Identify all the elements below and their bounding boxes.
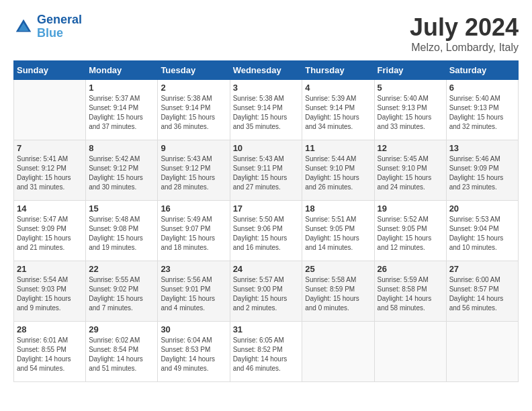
calendar-day-cell: 19 Sunrise: 5:52 AM Sunset: 9:05 PM Dayl…: [374, 201, 446, 261]
day-info: Sunrise: 5:58 AM Sunset: 8:59 PM Dayligh…: [305, 275, 371, 313]
day-info: Sunrise: 5:54 AM Sunset: 9:03 PM Dayligh…: [17, 275, 83, 313]
day-number: 27: [449, 264, 515, 274]
day-info: Sunrise: 5:51 AM Sunset: 9:05 PM Dayligh…: [305, 215, 371, 253]
location: Melzo, Lombardy, Italy: [410, 42, 519, 54]
day-number: 11: [305, 143, 371, 153]
weekday-header: Friday: [374, 61, 446, 80]
day-info: Sunrise: 5:52 AM Sunset: 9:05 PM Dayligh…: [378, 215, 443, 253]
logo: General Blue: [13, 13, 82, 40]
calendar-day-cell: 22 Sunrise: 5:55 AM Sunset: 9:02 PM Dayl…: [86, 261, 158, 322]
day-number: 21: [17, 264, 83, 274]
calendar-week-row: 28 Sunrise: 6:01 AM Sunset: 8:55 PM Dayl…: [14, 322, 519, 382]
day-info: Sunrise: 5:46 AM Sunset: 9:09 PM Dayligh…: [449, 154, 515, 192]
calendar-day-cell: 27 Sunrise: 6:00 AM Sunset: 8:57 PM Dayl…: [446, 261, 518, 322]
calendar-body: 1 Sunrise: 5:37 AM Sunset: 9:14 PM Dayli…: [14, 80, 519, 382]
calendar-day-cell: 4 Sunrise: 5:39 AM Sunset: 9:14 PM Dayli…: [302, 80, 374, 140]
day-number: 15: [89, 203, 154, 214]
day-number: 4: [305, 83, 371, 93]
weekday-header: Saturday: [446, 61, 518, 80]
day-number: 13: [449, 143, 515, 153]
day-info: Sunrise: 6:02 AM Sunset: 8:54 PM Dayligh…: [89, 336, 154, 373]
day-number: 6: [449, 83, 515, 93]
day-info: Sunrise: 5:43 AM Sunset: 9:11 PM Dayligh…: [233, 154, 300, 192]
weekday-header: Wednesday: [230, 61, 302, 80]
calendar-day-cell: 26 Sunrise: 5:59 AM Sunset: 8:58 PM Dayl…: [374, 261, 446, 322]
calendar-day-cell: 28 Sunrise: 6:01 AM Sunset: 8:55 PM Dayl…: [14, 322, 86, 382]
day-number: 30: [161, 324, 226, 334]
logo-icon: [13, 17, 34, 37]
calendar-day-cell: 20 Sunrise: 5:53 AM Sunset: 9:04 PM Dayl…: [446, 201, 518, 261]
day-number: 20: [449, 203, 515, 214]
day-info: Sunrise: 5:50 AM Sunset: 9:06 PM Dayligh…: [233, 215, 300, 253]
day-info: Sunrise: 5:45 AM Sunset: 9:10 PM Dayligh…: [378, 154, 443, 192]
day-info: Sunrise: 5:49 AM Sunset: 9:07 PM Dayligh…: [161, 215, 226, 253]
day-number: 9: [161, 143, 226, 153]
weekday-header: Thursday: [302, 61, 374, 80]
day-number: 26: [378, 264, 443, 274]
day-info: Sunrise: 5:40 AM Sunset: 9:13 PM Dayligh…: [449, 94, 515, 132]
calendar-day-cell: 14 Sunrise: 5:47 AM Sunset: 9:09 PM Dayl…: [14, 201, 86, 261]
day-number: 2: [161, 83, 226, 93]
day-info: Sunrise: 6:01 AM Sunset: 8:55 PM Dayligh…: [17, 336, 83, 373]
day-number: 14: [17, 203, 83, 214]
day-info: Sunrise: 5:55 AM Sunset: 9:02 PM Dayligh…: [89, 275, 154, 313]
day-number: 24: [233, 264, 300, 274]
day-info: Sunrise: 5:48 AM Sunset: 9:08 PM Dayligh…: [89, 215, 154, 253]
calendar-day-cell: [374, 322, 446, 382]
page-header: General Blue July 2024 Melzo, Lombardy, …: [13, 13, 519, 54]
calendar-day-cell: 16 Sunrise: 5:49 AM Sunset: 9:07 PM Dayl…: [158, 201, 230, 261]
calendar-week-row: 21 Sunrise: 5:54 AM Sunset: 9:03 PM Dayl…: [14, 261, 519, 322]
day-number: 7: [17, 143, 83, 153]
day-info: Sunrise: 5:43 AM Sunset: 9:12 PM Dayligh…: [161, 154, 226, 192]
calendar-day-cell: 3 Sunrise: 5:38 AM Sunset: 9:14 PM Dayli…: [230, 80, 302, 140]
calendar-day-cell: 17 Sunrise: 5:50 AM Sunset: 9:06 PM Dayl…: [230, 201, 302, 261]
month-title: July 2024: [410, 13, 519, 42]
day-info: Sunrise: 5:57 AM Sunset: 9:00 PM Dayligh…: [233, 275, 300, 313]
calendar-day-cell: 15 Sunrise: 5:48 AM Sunset: 9:08 PM Dayl…: [86, 201, 158, 261]
day-number: 16: [161, 203, 226, 214]
day-number: 17: [233, 203, 300, 214]
calendar-day-cell: 12 Sunrise: 5:45 AM Sunset: 9:10 PM Dayl…: [374, 140, 446, 201]
day-info: Sunrise: 5:53 AM Sunset: 9:04 PM Dayligh…: [449, 215, 515, 253]
calendar-day-cell: 29 Sunrise: 6:02 AM Sunset: 8:54 PM Dayl…: [86, 322, 158, 382]
day-number: 5: [378, 83, 443, 93]
calendar-week-row: 7 Sunrise: 5:41 AM Sunset: 9:12 PM Dayli…: [14, 140, 519, 201]
calendar-day-cell: [446, 322, 518, 382]
day-number: 8: [89, 143, 154, 153]
calendar-day-cell: 21 Sunrise: 5:54 AM Sunset: 9:03 PM Dayl…: [14, 261, 86, 322]
weekday-header: Tuesday: [158, 61, 230, 80]
day-number: 1: [89, 83, 154, 93]
calendar-day-cell: 5 Sunrise: 5:40 AM Sunset: 9:13 PM Dayli…: [374, 80, 446, 140]
calendar-day-cell: 18 Sunrise: 5:51 AM Sunset: 9:05 PM Dayl…: [302, 201, 374, 261]
day-number: 25: [305, 264, 371, 274]
calendar-week-row: 14 Sunrise: 5:47 AM Sunset: 9:09 PM Dayl…: [14, 201, 519, 261]
calendar-day-cell: 13 Sunrise: 5:46 AM Sunset: 9:09 PM Dayl…: [446, 140, 518, 201]
day-number: 29: [89, 324, 154, 334]
day-info: Sunrise: 6:00 AM Sunset: 8:57 PM Dayligh…: [449, 275, 515, 313]
day-info: Sunrise: 5:40 AM Sunset: 9:13 PM Dayligh…: [378, 94, 443, 132]
day-number: 28: [17, 324, 83, 334]
logo-text: General Blue: [37, 13, 82, 40]
day-info: Sunrise: 5:42 AM Sunset: 9:12 PM Dayligh…: [89, 154, 154, 192]
calendar-day-cell: 2 Sunrise: 5:38 AM Sunset: 9:14 PM Dayli…: [158, 80, 230, 140]
calendar-day-cell: 1 Sunrise: 5:37 AM Sunset: 9:14 PM Dayli…: [86, 80, 158, 140]
calendar-day-cell: 7 Sunrise: 5:41 AM Sunset: 9:12 PM Dayli…: [14, 140, 86, 201]
day-number: 3: [233, 83, 300, 93]
day-number: 18: [305, 203, 371, 214]
calendar-day-cell: 8 Sunrise: 5:42 AM Sunset: 9:12 PM Dayli…: [86, 140, 158, 201]
calendar-day-cell: 25 Sunrise: 5:58 AM Sunset: 8:59 PM Dayl…: [302, 261, 374, 322]
calendar-day-cell: 9 Sunrise: 5:43 AM Sunset: 9:12 PM Dayli…: [158, 140, 230, 201]
calendar-day-cell: 30 Sunrise: 6:04 AM Sunset: 8:53 PM Dayl…: [158, 322, 230, 382]
day-info: Sunrise: 5:37 AM Sunset: 9:14 PM Dayligh…: [89, 94, 154, 132]
calendar-header: SundayMondayTuesdayWednesdayThursdayFrid…: [14, 61, 519, 80]
calendar-day-cell: [302, 322, 374, 382]
day-info: Sunrise: 5:38 AM Sunset: 9:14 PM Dayligh…: [161, 94, 226, 132]
calendar-day-cell: 11 Sunrise: 5:44 AM Sunset: 9:10 PM Dayl…: [302, 140, 374, 201]
calendar-day-cell: 10 Sunrise: 5:43 AM Sunset: 9:11 PM Dayl…: [230, 140, 302, 201]
calendar-day-cell: 24 Sunrise: 5:57 AM Sunset: 9:00 PM Dayl…: [230, 261, 302, 322]
day-info: Sunrise: 5:38 AM Sunset: 9:14 PM Dayligh…: [233, 94, 300, 132]
header-row: SundayMondayTuesdayWednesdayThursdayFrid…: [14, 61, 519, 80]
day-number: 22: [89, 264, 154, 274]
calendar-day-cell: 6 Sunrise: 5:40 AM Sunset: 9:13 PM Dayli…: [446, 80, 518, 140]
day-number: 12: [378, 143, 443, 153]
